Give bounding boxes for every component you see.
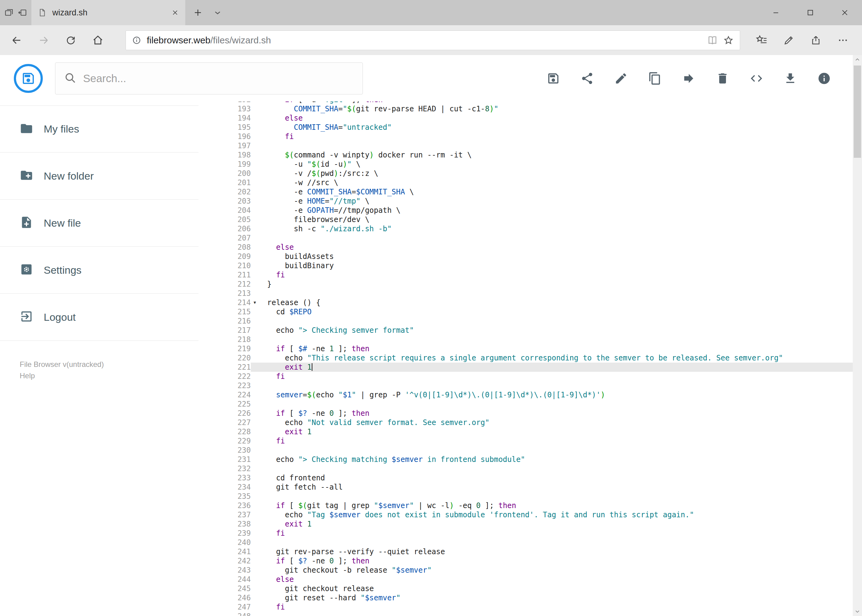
code-text[interactable]: exit 1 [259,427,312,437]
code-line[interactable]: 220 echo "This release script requires a… [199,354,853,363]
code-line-content[interactable] [251,381,853,390]
code-text[interactable]: sh -c "./wizard.sh -b" [259,224,392,233]
code-text[interactable]: -v /$(pwd):/src:z \ [259,169,378,178]
code-line-content[interactable]: -e HOME="//tmp" \ [251,196,853,206]
info-button[interactable] [817,71,831,85]
code-line[interactable]: 211 fi [199,270,853,280]
code-line[interactable]: 248 [199,612,853,616]
code-text[interactable]: fi [259,437,285,446]
code-line[interactable]: 246 git reset --hard "$semver" [199,593,853,602]
code-line-content[interactable]: echo "> Checking matching $semver in fro… [251,455,853,464]
code-line[interactable]: 237 echo "Tag $semver does not exist in … [199,510,853,519]
code-line-content[interactable] [251,492,853,501]
code-text[interactable]: } [259,280,271,289]
code-text[interactable]: cd $REPO [259,307,312,316]
code-text[interactable]: release () { [259,298,320,307]
browser-tab[interactable]: wizard.sh [32,0,185,25]
add-favorite-star-icon[interactable] [723,35,734,46]
code-text[interactable]: fi [259,529,285,538]
code-line[interactable]: 227 echo "Not valid semver format. See s… [199,418,853,427]
code-line-content[interactable]: cd frontend [251,473,853,482]
code-line-content[interactable] [251,289,853,298]
code-text[interactable]: else [259,113,303,123]
code-text[interactable]: echo "This release script requires a sin… [259,354,783,363]
code-line-content[interactable] [251,316,853,326]
code-line[interactable]: 247 fi [199,602,853,612]
code-line-content[interactable]: COMMIT_SHA="untracked" [251,123,853,132]
code-text[interactable]: echo "> Checking matching $semver in fro… [259,455,525,464]
code-line-content[interactable]: fi [251,372,853,381]
code-line[interactable]: 243 git checkout -b release "$semver" [199,566,853,575]
code-line-content[interactable]: fi [251,602,853,612]
code-line[interactable]: 217 echo "> Checking semver format" [199,326,853,335]
forward-button[interactable] [30,25,57,55]
code-line[interactable]: 199 -u "$(id -u)" \ [199,160,853,169]
code-line[interactable]: 195 COMMIT_SHA="untracked" [199,123,853,132]
delete-button[interactable] [715,71,730,85]
code-editor[interactable]: 192 if [ -d ".git" ]; then193 COMMIT_SHA… [199,102,853,616]
more-menu-icon[interactable] [829,25,856,55]
code-text[interactable]: cd frontend [259,473,325,482]
code-line-content[interactable] [251,335,853,344]
code-line-content[interactable] [251,233,853,243]
code-line-content[interactable]: echo "This release script requires a sin… [251,354,853,363]
code-line[interactable]: 198 $(command -v winpty) docker run --rm… [199,150,853,160]
code-line[interactable]: 216 [199,316,853,326]
code-text[interactable]: -w //src \ [259,178,338,187]
code-line[interactable]: 197 [199,141,853,150]
code-line-content[interactable]: if [ $? -ne 0 ]; then [251,556,853,566]
home-button[interactable] [84,25,112,55]
code-text[interactable]: else [259,575,294,584]
code-line[interactable]: 230 [199,446,853,455]
code-text[interactable] [259,141,267,150]
code-line-content[interactable]: cd $REPO [251,307,853,316]
web-note-pen-icon[interactable] [775,25,802,55]
code-line-content[interactable]: else [251,575,853,584]
back-button[interactable] [3,25,30,55]
code-line[interactable]: 207 [199,233,853,243]
code-line-content[interactable]: fi [251,270,853,280]
code-line[interactable]: 236 if [ $(git tag | grep "$semver" | wc… [199,501,853,510]
code-text[interactable]: if [ $(git tag | grep "$semver" | wc -l)… [259,501,516,510]
code-line-content[interactable]: buildBinary [251,261,853,270]
minimize-button[interactable] [759,0,793,25]
code-line-content[interactable]: -e GOPATH=//tmp/gopath \ [251,206,853,215]
code-line[interactable]: 203 -e HOME="//tmp" \ [199,196,853,206]
code-text[interactable]: COMMIT_SHA="untracked" [259,123,392,132]
code-text[interactable]: git fetch --all [259,482,343,492]
code-line-content[interactable]: -w //src \ [251,178,853,187]
code-line-content[interactable]: semver=$(echo "$1" | grep -P '^v(0|[1-9]… [251,390,853,399]
code-text[interactable]: echo "Not valid semver format. See semve… [259,418,489,427]
code-text[interactable]: COMMIT_SHA="$(git rev-parse HEAD | cut -… [259,104,498,113]
code-line[interactable]: 204 -e GOPATH=//tmp/gopath \ [199,206,853,215]
code-text[interactable]: buildAssets [259,252,334,261]
code-line[interactable]: 245 git checkout release [199,584,853,593]
code-line-content[interactable]: $(command -v winpty) docker run --rm -it… [251,150,853,160]
search-input[interactable] [83,72,354,85]
code-text[interactable]: git reset --hard "$semver" [259,593,401,602]
code-line[interactable]: 232 [199,464,853,473]
code-line[interactable]: 238 exit 1 [199,519,853,529]
sidebar-item-new-file[interactable]: New file [0,200,199,247]
code-line-content[interactable]: else [251,113,853,123]
code-text[interactable]: fi [259,270,285,280]
reading-view-icon[interactable] [707,35,718,46]
code-line[interactable]: 223 [199,381,853,390]
move-button[interactable] [682,71,696,85]
code-text[interactable] [259,612,267,616]
code-line-content[interactable]: if [ $? -ne 0 ]; then [251,409,853,418]
code-line-content[interactable]: -e COMMIT_SHA=$COMMIT_SHA \ [251,187,853,196]
code-line-content[interactable]: fi [251,437,853,446]
help-link[interactable]: Help [20,370,199,381]
code-text[interactable] [259,335,267,344]
code-text[interactable]: semver=$(echo "$1" | grep -P '^v(0|[1-9]… [259,390,605,399]
code-text[interactable]: $(command -v winpty) docker run --rm -it… [259,150,472,160]
code-text[interactable]: if [ -d ".git" ]; then [259,102,383,104]
code-line-content[interactable] [251,141,853,150]
code-text[interactable]: git rev-parse --verify --quiet release [259,547,445,556]
code-text[interactable]: else [259,243,294,252]
code-line[interactable]: 244 else [199,575,853,584]
close-window-button[interactable] [827,0,862,25]
code-line[interactable]: 241 git rev-parse --verify --quiet relea… [199,547,853,556]
code-text[interactable]: -e HOME="//tmp" \ [259,196,369,206]
